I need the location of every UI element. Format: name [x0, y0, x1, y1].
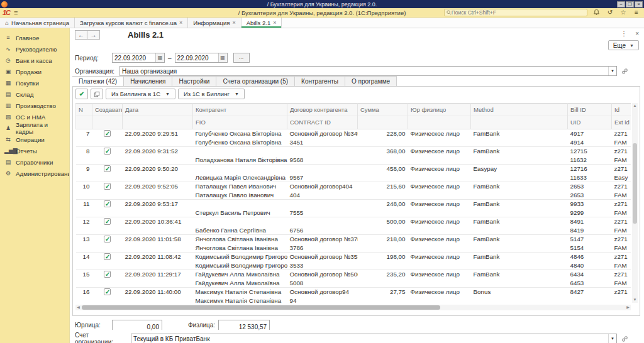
notifications-bell-icon[interactable] [593, 9, 601, 16]
search-box[interactable] [444, 9, 587, 16]
minimize-button[interactable]: – [617, 1, 625, 8]
organization-field[interactable]: ▼ [119, 66, 617, 76]
scroll-left-icon[interactable]: ◀ [75, 305, 81, 310]
close-tab-icon[interactable]: × [232, 19, 235, 26]
table-row[interactable]: 14 22.09.2020 11:08:42 Кодимський Володи… [76, 253, 631, 270]
close-tab-icon[interactable]: × [273, 19, 276, 26]
horizontal-scroll-thumb[interactable] [82, 305, 440, 310]
window-tab[interactable]: Abills 2.1 × [242, 18, 282, 28]
table-row[interactable]: 11 22.09.2020 9:53:17 Стеркул Василь Пет… [76, 200, 631, 217]
check-all-button[interactable]: ✔ [75, 89, 88, 99]
row-number: 13 [76, 235, 92, 244]
close-tab-icon[interactable]: × [179, 19, 182, 26]
scroll-right-icon[interactable]: ▶ [625, 305, 631, 310]
favorites-star-icon[interactable]: ☆ [619, 9, 627, 16]
window-tab[interactable]: ⌂ Начальная страница [0, 18, 75, 28]
scroll-down-icon[interactable]: ▼ [632, 297, 638, 303]
fiz-field[interactable] [218, 320, 270, 330]
form-tab[interactable]: Настройки [172, 76, 216, 87]
forward-button[interactable]: → [87, 30, 100, 40]
organization-input[interactable] [120, 67, 608, 75]
account-input[interactable] [131, 334, 608, 343]
create-checkbox[interactable] [104, 218, 111, 225]
kebab-menu-icon[interactable]: ⋮ [621, 30, 627, 37]
sidebar-item[interactable]: ⚙ Администрирование [0, 168, 69, 179]
copy-button[interactable] [91, 89, 103, 99]
table-row[interactable]: 16 22.09.2020 11:40:00 Максимук Наталія … [76, 288, 631, 303]
scroll-up-icon[interactable]: ▲ [632, 103, 638, 109]
sidebar-item[interactable]: ≡ Главное [0, 32, 69, 43]
jur-input[interactable] [113, 323, 162, 332]
create-checkbox[interactable] [104, 130, 111, 137]
more-button[interactable]: Еще ▼ [608, 40, 639, 50]
table-header-row[interactable]: N Создавать Дата Контрагент FIO Договор … [76, 104, 631, 129]
create-checkbox[interactable] [104, 236, 111, 242]
history-icon[interactable]: ↺ [606, 9, 614, 16]
form-tab[interactable]: О программе [345, 76, 397, 87]
window-tab-label: Abills 2.1 [247, 19, 271, 26]
sidebar-item[interactable]: ∿ Руководителю [0, 43, 69, 55]
table-vertical-scrollbar[interactable]: ▲ ▼ [632, 103, 638, 303]
close-form-icon[interactable]: × [635, 30, 639, 37]
to-billing-button[interactable]: Из 1С в Биллинг ▼ [178, 89, 245, 99]
cell-id: z271 [612, 253, 631, 261]
form-tab[interactable]: Счета организации (5) [216, 76, 295, 87]
period-to-field[interactable]: ▦ [175, 53, 228, 63]
create-checkbox[interactable] [104, 253, 111, 260]
calendar-icon[interactable]: ▦ [155, 53, 164, 62]
sidebar-item[interactable]: ▂▅▇ Отчеты [0, 145, 69, 156]
window-tab[interactable]: Загрузка курсов валют с finance.ua × [75, 18, 188, 28]
fiz-input[interactable] [219, 323, 269, 332]
table-row[interactable]: 12 22.09.2020 10:36:41 Бабенко Ганна Сер… [76, 217, 631, 235]
table-horizontal-scrollbar[interactable]: ◀ ▶ [75, 305, 631, 310]
table-row[interactable]: 13 22.09.2020 11:01:58 Янчоглова Світлан… [76, 235, 631, 253]
form-tab[interactable]: Начисления [124, 76, 172, 87]
create-checkbox[interactable] [104, 183, 111, 190]
sidebar-item[interactable]: ◷ Банк и касса [0, 55, 69, 66]
period-to-input[interactable] [175, 53, 218, 62]
restore-button[interactable]: ❐ [626, 1, 634, 8]
from-billing-button[interactable]: Из Биллинга в 1С ▼ [106, 89, 175, 99]
col-contract-id: CONTRACT ID [287, 116, 357, 129]
table-row[interactable]: 9 22.09.2020 9:50:20 Левицька Марія Олек… [76, 165, 631, 182]
chevron-down-icon[interactable]: ▼ [608, 334, 616, 343]
window-tab-label: Загрузка курсов валют с finance.ua [80, 19, 177, 26]
chevron-down-icon[interactable]: ▼ [608, 67, 616, 75]
service-menu-icon[interactable]: ≡ [633, 9, 640, 16]
sidebar-item[interactable]: ▥ Производство [0, 100, 69, 111]
form-tab[interactable]: Контрагенты [295, 76, 345, 87]
create-checkbox[interactable] [104, 165, 111, 172]
sidebar-item[interactable]: ▣ Продажи [0, 66, 69, 77]
table-row[interactable]: 10 22.09.2020 9:52:05 Паталащук Павел Ив… [76, 182, 631, 200]
period-from-input[interactable] [113, 53, 155, 62]
open-link-icon[interactable] [620, 66, 629, 76]
jur-field[interactable] [112, 320, 162, 330]
create-checkbox[interactable] [104, 271, 111, 278]
create-checkbox[interactable] [104, 200, 111, 207]
close-button[interactable]: × [635, 1, 643, 8]
sidebar-item[interactable]: ⇆ Операции [0, 134, 69, 145]
period-from-field[interactable]: ▦ [112, 53, 165, 63]
table-row[interactable]: 8 22.09.2020 9:31:52 Поладханова Наталя … [76, 147, 631, 165]
account-label: Счет организации: [75, 332, 128, 343]
sidebar-item[interactable]: ▦ Покупки [0, 77, 69, 89]
cell-ext-id: FAM [612, 244, 631, 253]
sidebar-item[interactable]: ▤ Склад [0, 89, 69, 100]
table-row[interactable]: 15 22.09.2020 11:29:17 Гайдукевич Алла М… [76, 270, 631, 288]
period-options-button[interactable]: ... [233, 53, 250, 63]
back-button[interactable]: ← [75, 30, 87, 40]
account-field[interactable]: ▼ [131, 334, 617, 343]
create-checkbox[interactable] [104, 288, 111, 295]
cell-entity: Физическое лицо [408, 217, 471, 226]
vertical-scroll-thumb[interactable] [633, 143, 637, 224]
sidebar-item[interactable]: ▤ Справочники [0, 156, 69, 168]
cell-contragent [193, 147, 287, 156]
sidebar-item[interactable]: ♟ Зарплата и кадры [0, 122, 69, 134]
form-tab[interactable]: Платежи (42) [72, 76, 124, 87]
search-input[interactable] [452, 9, 585, 16]
create-checkbox[interactable] [104, 148, 111, 155]
open-link-icon[interactable] [620, 334, 629, 343]
calendar-icon[interactable]: ▦ [218, 53, 227, 62]
table-row[interactable]: 7 22.09.2020 9:29:51 Голубченко Оксана В… [76, 129, 631, 147]
window-tab[interactable]: Информация × [188, 18, 241, 28]
